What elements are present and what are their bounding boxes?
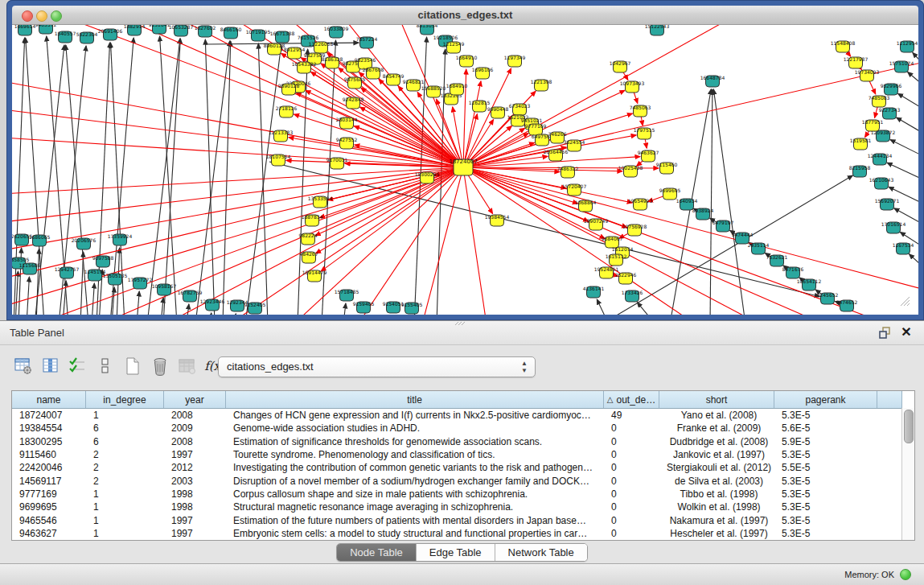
graph-edge[interactable]: [597, 299, 609, 315]
graph-edge[interactable]: [463, 61, 918, 167]
graph-node-label: 7485083: [869, 95, 890, 101]
graph-edge[interactable]: [343, 303, 346, 315]
graph-node-label: 1684910: [446, 83, 468, 89]
graph-node-label: 9427552: [336, 137, 358, 142]
graph-node-label: 19734093: [855, 69, 880, 75]
graph-node-label: 1696106: [472, 67, 494, 72]
table-cell: 2008: [164, 410, 226, 421]
graph-edge[interactable]: [101, 167, 463, 315]
table-cell: 18300295: [12, 436, 86, 447]
table-row[interactable]: 1456911722003Disruption of a novel membe…: [12, 474, 914, 487]
table-row[interactable]: 2242004622012Investigating the contribut…: [12, 461, 914, 474]
column-header-title[interactable]: title: [226, 391, 604, 408]
graph-edge[interactable]: [710, 89, 713, 315]
table-row[interactable]: 911546021997Tourette syndrome. Phenomeno…: [12, 448, 914, 461]
column-header-short[interactable]: short: [659, 391, 774, 408]
table-cell: 22420046: [12, 462, 86, 473]
graph-node-label: 12217987: [844, 56, 869, 62]
citation-network-graph[interactable]: 1669614940557215405575522304206914061882…: [12, 25, 918, 315]
table-cell: 9465546: [12, 515, 86, 526]
graph-edge[interactable]: [463, 167, 918, 290]
tab-node-table[interactable]: Node Table: [337, 544, 417, 561]
graph-node-label: 12444134: [868, 153, 893, 159]
graph-edge[interactable]: [898, 93, 918, 112]
scrollbar-thumb[interactable]: [904, 410, 914, 443]
panel-divider-handle[interactable]: [454, 322, 466, 326]
merge-rows-icon[interactable]: [93, 354, 117, 378]
graph-edge[interactable]: [223, 41, 231, 315]
graph-node-label: 9245652: [817, 292, 839, 298]
select-rows-icon[interactable]: [66, 354, 90, 378]
graph-edge[interactable]: [92, 283, 94, 315]
graph-node-label: 9170031: [326, 157, 348, 163]
table-row[interactable]: 977716911998Corpus callosum shape and si…: [12, 488, 914, 501]
column-header-in_degree[interactable]: in_degree: [86, 391, 164, 408]
column-header-name[interactable]: name: [12, 391, 86, 408]
graph-edge[interactable]: [163, 39, 180, 315]
table-cell: Franke et al. (2009): [659, 422, 774, 434]
graph-edge[interactable]: [63, 281, 66, 315]
application-window: citations_edges.txt 16696149405572154055…: [0, 0, 924, 585]
graph-node-label: 1197349: [504, 55, 526, 60]
table-cell: 1997: [164, 528, 226, 539]
graph-edge[interactable]: [319, 167, 463, 218]
graph-edge[interactable]: [463, 167, 487, 315]
graph-node-label: 9242848: [343, 97, 364, 102]
table-vertical-scrollbar[interactable]: [901, 408, 914, 540]
graph-edge[interactable]: [422, 167, 463, 315]
table-row[interactable]: 1872400712008Changes of HCN gene express…: [12, 409, 914, 422]
tab-edge-table[interactable]: Edge Table: [417, 544, 495, 561]
graph-edge[interactable]: [315, 167, 463, 236]
close-panel-icon[interactable]: ✕: [900, 325, 913, 340]
graph-edge[interactable]: [637, 303, 655, 315]
graph-edge[interactable]: [463, 167, 824, 315]
graph-edge[interactable]: [890, 139, 918, 159]
table-row[interactable]: 946554611997Estimation of the future num…: [12, 513, 914, 526]
table-row[interactable]: 969969511998Structural magnetic resonanc…: [12, 501, 914, 513]
table-cell: Dudbridge et al. (2008): [659, 436, 774, 447]
graph-edge[interactable]: [234, 314, 236, 315]
graph-edge[interactable]: [328, 167, 463, 200]
table-cell: 9699695: [12, 501, 86, 513]
graph-edge[interactable]: [12, 167, 463, 194]
table-row[interactable]: 1830029562008Estimation of significance …: [12, 435, 914, 448]
select-columns-icon[interactable]: [39, 354, 63, 378]
column-header-pagerank[interactable]: pagerank: [774, 391, 877, 408]
new-table-icon[interactable]: [121, 354, 145, 378]
column-header-out_de…[interactable]: △out_de…: [604, 391, 659, 408]
graph-edge[interactable]: [36, 249, 39, 315]
table-row[interactable]: 946362711997Embryonic stem cells: a mode…: [12, 527, 914, 540]
graph-edge[interactable]: [269, 162, 819, 297]
graph-node-label: 2718126: [276, 105, 298, 111]
column-header-year[interactable]: year: [164, 391, 226, 408]
network-graph-canvas[interactable]: 1669614940557215405575522304206914061882…: [12, 24, 918, 315]
graph-edge[interactable]: [210, 313, 211, 315]
graph-edge[interactable]: [160, 36, 177, 315]
graph-node-label: 16210643: [869, 177, 894, 183]
table-row[interactable]: 1938455462009Genome-wide association stu…: [12, 422, 914, 435]
graph-node-label: 17359924: [108, 233, 133, 239]
network-window-titlebar[interactable]: citations_edges.txt: [12, 6, 918, 25]
graph-edge[interactable]: [713, 89, 745, 315]
table-settings-icon[interactable]: [11, 354, 35, 378]
graph-edge[interactable]: [897, 117, 918, 136]
graph-node-label: 8813054: [417, 25, 438, 28]
graph-node-label: 982224: [299, 233, 318, 238]
delete-table-icon[interactable]: [148, 354, 172, 378]
graph-edge[interactable]: [12, 81, 463, 167]
tab-network-table[interactable]: Network Table: [495, 544, 587, 561]
graph-edge[interactable]: [137, 291, 139, 315]
graph-edge[interactable]: [909, 254, 918, 271]
graph-node-label: 7486322: [557, 166, 579, 171]
graph-edge[interactable]: [161, 298, 163, 315]
table-toolbar: f(x): [11, 352, 230, 381]
table-selector-dropdown[interactable]: citations_edges.txt ▲▼: [218, 356, 536, 377]
graph-edge[interactable]: [463, 167, 632, 203]
graph-node-label: 1612074: [612, 246, 634, 252]
resize-grip-icon[interactable]: [899, 295, 910, 307]
graph-edge[interactable]: [27, 277, 29, 315]
dropdown-stepper-icon: ▲▼: [520, 360, 528, 374]
graph-edge[interactable]: [908, 72, 918, 89]
network-view-window[interactable]: citations_edges.txt 16696149405572154055…: [6, 0, 924, 320]
float-panel-icon[interactable]: [879, 327, 892, 340]
